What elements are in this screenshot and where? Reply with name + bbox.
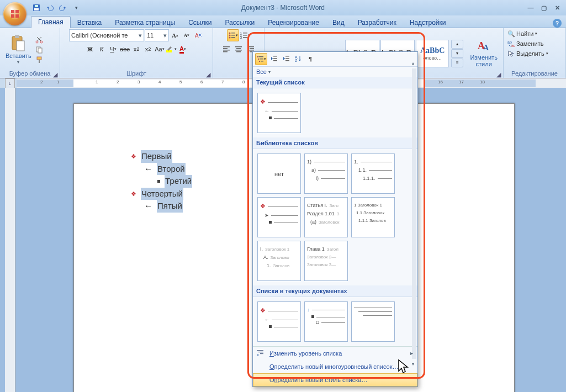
decrease-indent-icon[interactable] bbox=[268, 53, 279, 64]
office-button[interactable] bbox=[3, 2, 27, 25]
tab-insert[interactable]: Вставка bbox=[71, 17, 109, 28]
sort-icon[interactable]: AZ bbox=[293, 53, 304, 64]
svg-rect-48 bbox=[261, 61, 263, 62]
italic-icon[interactable]: К bbox=[96, 44, 107, 55]
bold-icon[interactable]: Ж bbox=[84, 44, 96, 55]
svg-text:3: 3 bbox=[240, 36, 242, 39]
font-group-label: Шрифт bbox=[64, 70, 209, 77]
list-item[interactable]: ❖Первый bbox=[131, 150, 192, 163]
svg-rect-34 bbox=[236, 51, 241, 52]
replace-button[interactable]: abacЗаменить bbox=[507, 39, 543, 48]
list-preview[interactable]: Статья I.Заго Раздел 1.01З (a)Заголовок bbox=[304, 197, 348, 237]
svg-rect-28 bbox=[223, 48, 228, 49]
list-preview-none[interactable]: нет bbox=[257, 153, 301, 194]
svg-rect-12 bbox=[39, 60, 40, 63]
align-center-icon[interactable] bbox=[233, 44, 244, 55]
section-current-list: Текущий список bbox=[253, 77, 417, 88]
list-preview-current[interactable]: ❖ ← bbox=[257, 93, 301, 133]
styles-more-icon[interactable]: ≡ bbox=[451, 59, 463, 67]
list-preview[interactable]: ❖ ← bbox=[257, 301, 301, 342]
shrink-font-icon[interactable]: A▾ bbox=[181, 30, 192, 41]
styles-down-icon[interactable]: ▾ bbox=[451, 49, 463, 58]
list-preview[interactable]: Глава 1Загол Заголовок 2— Заголовок 3— bbox=[304, 241, 348, 281]
superscript-icon[interactable]: x2 bbox=[142, 44, 154, 55]
strike-icon[interactable]: abє bbox=[119, 44, 130, 55]
number-list-icon[interactable]: 123▾ bbox=[240, 30, 251, 41]
menu-define-style[interactable]: Определить новый стиль списка… bbox=[253, 373, 417, 386]
ribbon-tabs: Главная Вставка Разметка страницы Ссылки… bbox=[0, 15, 566, 28]
minimize-button[interactable]: — bbox=[526, 3, 535, 12]
select-icon bbox=[507, 49, 516, 58]
font-launcher-icon[interactable]: ◢ bbox=[206, 71, 211, 77]
svg-rect-31 bbox=[235, 46, 242, 47]
show-marks-icon[interactable]: ¶ bbox=[305, 53, 316, 64]
style-heading1[interactable]: AaBbCолово… bbox=[416, 40, 449, 67]
format-painter-icon[interactable] bbox=[35, 55, 44, 64]
document-content: ❖Первый ←Второй Третий ❖Четвертый ←Пятый bbox=[131, 150, 192, 213]
tab-mailings[interactable]: Рассылки bbox=[218, 17, 261, 28]
tab-references[interactable]: Ссылки bbox=[182, 17, 218, 28]
tab-addins[interactable]: Надстройки bbox=[403, 17, 453, 28]
list-preview[interactable]: ❖ ➤ bbox=[257, 197, 301, 237]
paste-button[interactable]: Вставить ▾ bbox=[3, 33, 34, 66]
clipboard-launcher-icon[interactable]: ◢ bbox=[53, 71, 59, 77]
svg-rect-37 bbox=[247, 50, 254, 51]
svg-text:ac: ac bbox=[511, 44, 515, 47]
list-item[interactable]: ←Пятый bbox=[131, 200, 192, 213]
help-icon[interactable]: ? bbox=[553, 19, 562, 28]
list-preview[interactable]: I.Заголовок 1 A.Заголово 1.Заголов bbox=[257, 241, 301, 281]
increase-indent-icon[interactable] bbox=[281, 53, 292, 64]
underline-icon[interactable]: Ч▾ bbox=[108, 44, 119, 55]
menu-define-multilevel[interactable]: Определить новый многоуровневый список… bbox=[253, 360, 417, 373]
select-button[interactable]: Выделить▾ bbox=[507, 49, 548, 58]
svg-rect-3 bbox=[35, 5, 38, 7]
font-name-combo[interactable]: Calibri (Основной те▾ bbox=[69, 29, 144, 41]
multilevel-list-icon[interactable]: ▾ bbox=[255, 53, 267, 65]
tab-layout[interactable]: Разметка страницы bbox=[108, 17, 182, 28]
save-icon[interactable] bbox=[31, 2, 42, 13]
change-styles-button[interactable]: AA Изменить стили bbox=[468, 38, 500, 68]
grow-font-icon[interactable]: A▴ bbox=[170, 30, 181, 41]
bullet-list-icon[interactable]: ▾ bbox=[227, 29, 239, 41]
panel-all-filter[interactable]: Все▾ bbox=[253, 67, 417, 77]
panel-scrollbar[interactable]: ▴ ▾ bbox=[412, 68, 416, 359]
cut-icon[interactable] bbox=[35, 35, 44, 44]
subscript-icon[interactable]: x2 bbox=[131, 44, 142, 55]
arrow-left-icon: ← bbox=[144, 200, 152, 213]
undo-icon[interactable] bbox=[44, 2, 55, 13]
section-doc-lists: Списки в текущих документах bbox=[253, 285, 417, 297]
qat-customize-icon[interactable]: ▾ bbox=[71, 2, 82, 13]
font-size-combo[interactable]: 11▾ bbox=[145, 29, 169, 41]
close-button[interactable]: ✕ bbox=[553, 3, 562, 12]
align-left-icon[interactable] bbox=[221, 44, 232, 55]
svg-rect-52 bbox=[285, 56, 289, 57]
list-preview[interactable]: 1. 1.1. 1.1.1. bbox=[351, 153, 395, 194]
menu-change-level[interactable]: Изменить уровень списка ▸ bbox=[253, 347, 417, 360]
list-item[interactable]: ❖Четвертый bbox=[131, 188, 192, 200]
highlight-icon[interactable]: ▾ bbox=[166, 44, 177, 55]
list-preview[interactable]: 1) a) i) bbox=[304, 153, 348, 194]
list-preview[interactable]: ↓ bbox=[304, 301, 348, 342]
list-item[interactable]: ←Второй bbox=[131, 163, 192, 176]
maximize-button[interactable]: ▢ bbox=[539, 3, 548, 12]
tab-view[interactable]: Вид bbox=[326, 17, 351, 28]
font-color-icon[interactable]: A▾ bbox=[177, 44, 188, 55]
styles-launcher-icon[interactable]: ◢ bbox=[496, 71, 502, 77]
copy-icon[interactable] bbox=[35, 45, 44, 54]
find-icon: 🔍 bbox=[507, 29, 516, 38]
find-button[interactable]: 🔍Найти▾ bbox=[507, 29, 537, 38]
list-item[interactable]: Третий bbox=[131, 175, 192, 188]
tab-review[interactable]: Рецензирование bbox=[261, 17, 326, 28]
tab-developer[interactable]: Разработчик bbox=[351, 17, 403, 28]
change-case-icon[interactable]: Aa▾ bbox=[154, 44, 165, 55]
tab-home[interactable]: Главная bbox=[31, 16, 71, 28]
list-preview[interactable] bbox=[351, 301, 395, 342]
clipboard-label: Буфер обмена bbox=[3, 70, 56, 77]
list-preview[interactable]: 1 Заголовок 1 1.1 Заголовок 1.1.1 Заголо… bbox=[351, 197, 395, 237]
clear-format-icon[interactable]: A bbox=[193, 30, 204, 41]
styles-up-icon[interactable]: ▴ bbox=[451, 40, 463, 49]
redo-icon[interactable] bbox=[57, 2, 68, 13]
ruler-corner[interactable]: L bbox=[5, 78, 15, 88]
vertical-ruler[interactable] bbox=[5, 88, 15, 392]
svg-rect-58 bbox=[258, 352, 263, 352]
